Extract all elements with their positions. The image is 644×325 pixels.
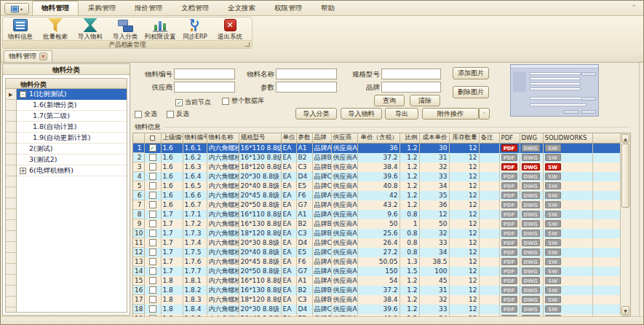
unchecked-checkbox-icon[interactable] [149,248,156,256]
unchecked-checkbox-icon[interactable] [149,173,156,180]
row-select-cell[interactable] [144,153,161,162]
table-row[interactable]: 21.61.6.2内六角螺栓216*130 8.8级EAB2品牌B供应商A237… [133,153,621,162]
solidworks-badge[interactable]: SW [545,192,561,199]
column-header-14[interactable]: DWG [520,133,543,143]
dwg-badge[interactable]: DWG [522,239,540,246]
dwg-badge[interactable]: DWG [522,220,540,227]
table-row[interactable]: 31.61.6.3内六角螺栓318*120 8.8级EAC3品牌B供应商A338… [133,162,621,172]
unchecked-checkbox-icon[interactable] [149,201,156,208]
row-select-cell[interactable] [144,200,161,210]
grid-vertical-scrollbar[interactable]: ▲ ▼ [620,133,630,316]
pdf-badge[interactable]: PDF [501,296,517,303]
ribbon-tab-2[interactable]: 报价管理 [125,1,172,15]
column-header-13[interactable]: PDF [499,133,520,143]
solidworks-badge[interactable]: SW [545,267,561,275]
unchecked-checkbox-icon[interactable] [149,230,156,237]
row-select-cell[interactable] [144,191,161,200]
search-input-5[interactable] [381,82,441,93]
ribbon-tab-0[interactable]: 物料管理 [32,1,79,15]
row-select-cell[interactable] [144,286,161,295]
dwg-badge[interactable]: DWG [522,296,540,303]
table-row[interactable]: 101.71.7.3内六角螺栓318*120 8.8级EAC3品牌B供应商A32… [133,229,621,238]
unchecked-checkbox-icon[interactable] [149,258,156,265]
pdf-badge[interactable]: PDF [501,248,517,256]
unchecked-checkbox-icon[interactable] [149,286,156,294]
tree-node-3[interactable]: 1.8(自动计算) [17,122,127,133]
column-header-8[interactable]: 单价（含税） [357,133,399,143]
dwg-badge[interactable]: DWG [522,211,540,218]
checked-checkbox-icon[interactable]: ✓ [175,99,183,106]
solidworks-badge[interactable]: SW [545,248,561,256]
unchecked-checkbox-icon[interactable] [149,154,156,161]
solidworks-badge[interactable]: SW [545,154,561,161]
ribbon-tab-5[interactable]: 权限管理 [265,1,311,15]
solidworks-badge[interactable]: SW [545,296,561,303]
row-select-cell[interactable] [144,248,161,257]
table-row[interactable]: 161.81.8.2内六角螺栓216*130 8.8级EAB2品牌B供应商A23… [133,286,621,295]
table-row[interactable]: 91.71.7.2内六角螺栓216*130 8.8级EAB2品牌B供应商A250… [133,219,621,229]
solidworks-badge[interactable]: SW [545,220,561,227]
column-header-1[interactable]: 物料编号 [183,133,207,143]
ribbon-button-5[interactable]: 同步ERP [178,17,212,41]
pdf-badge[interactable]: PDF [501,154,517,161]
dwg-badge[interactable]: DWG [522,230,540,237]
table-row[interactable]: 151.81.8.1内六角螺栓116*110 8.8级EAA1品牌A供应商A15… [133,276,621,286]
collapse-ribbon-button[interactable]: ^ [629,4,639,12]
document-tab-material[interactable]: 物料管理 ✕ [4,50,52,62]
unchecked-checkbox-icon[interactable] [149,296,156,303]
solidworks-badge[interactable]: SW [545,239,561,246]
solidworks-badge[interactable]: SW [545,258,561,265]
row-select-cell[interactable] [144,238,161,248]
invert-selection-checkbox[interactable]: 反选 [167,109,189,119]
ribbon-button-2[interactable]: 导入物料 [73,17,108,41]
query-button[interactable]: 查询 [374,95,405,106]
dwg-badge[interactable]: DWG [522,277,540,284]
solidworks-badge[interactable]: SW [545,201,561,208]
solidworks-badge[interactable]: SW [545,277,561,284]
dwg-badge[interactable]: DWG [522,258,540,265]
ribbon-tab-1[interactable]: 采购管理 [79,1,125,15]
pdf-badge[interactable]: PDF [501,258,517,265]
ribbon-button-0[interactable]: 物料信息 [3,17,38,41]
ribbon-button-3[interactable]: 导入分类 [108,17,143,41]
expand-icon[interactable]: + [20,168,26,174]
tree-node-2[interactable]: 1.7(第二级) [17,111,127,122]
unchecked-checkbox-icon[interactable] [149,211,156,218]
pdf-badge[interactable]: PDF [501,305,517,313]
clear-button[interactable]: 清除 [410,95,440,106]
dwg-badge[interactable]: DWG [522,305,540,313]
dwg-badge[interactable]: DWG [522,267,540,275]
solidworks-badge[interactable]: SW [545,163,561,171]
attachment-dropdown-icon[interactable]: ˅ [479,108,490,120]
tree-node-0[interactable]: -1(比例测试) [17,89,127,100]
dwg-badge[interactable]: DWG [522,154,540,161]
column-header-11[interactable]: 库存数量 [449,133,479,143]
pdf-badge[interactable]: PDF [501,163,517,171]
ribbon-tab-6[interactable]: 帮助 [311,1,344,15]
import-category-button[interactable]: 导入分类 [295,108,337,120]
ribbon-button-6[interactable]: 退出系统 [212,17,247,41]
unchecked-checkbox-icon[interactable] [135,111,142,118]
ribbon-tab-4[interactable]: 全文搜索 [218,1,265,15]
row-select-cell[interactable] [144,305,161,314]
column-header-3[interactable]: 规格型号 [239,133,281,143]
select-all-checkbox[interactable]: 全选 [135,109,157,119]
column-header-12[interactable]: 备注 [479,133,499,143]
dwg-badge[interactable]: DWG [522,192,540,199]
dwg-badge[interactable]: DWG [522,286,540,294]
pdf-badge[interactable]: PDF [501,173,517,180]
pdf-badge[interactable]: PDF [501,267,517,275]
tree-node-6[interactable]: 3(测试2) [17,154,127,165]
column-header-2[interactable]: 物料名称 [207,133,239,143]
row-select-cell[interactable] [144,276,161,286]
dialog-launcher-icon[interactable] [245,42,250,47]
checked-checkbox-icon[interactable]: ✓ [149,144,156,152]
unchecked-checkbox-icon[interactable] [149,220,156,227]
row-select-cell[interactable] [144,219,161,229]
table-row[interactable]: 171.81.8.3内六角螺栓318*120 8.8级EAC3品牌B供应商A33… [133,295,621,305]
row-select-cell[interactable] [144,172,161,181]
search-input-4[interactable] [276,82,337,93]
pdf-badge[interactable]: PDF [501,201,517,208]
application-menu-button[interactable]: ▾ [4,3,29,15]
column-header-0[interactable]: 上级编号 [161,133,183,143]
